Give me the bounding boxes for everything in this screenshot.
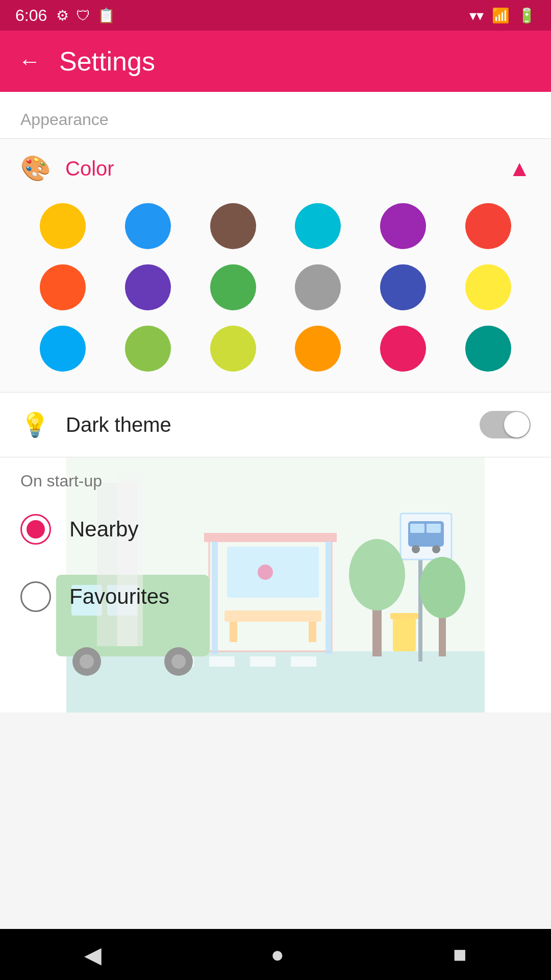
favourites-label: Favourites (69, 584, 169, 609)
color-dot-brown[interactable] (210, 203, 256, 249)
color-dot-purple[interactable] (380, 203, 426, 249)
color-dot-indigo[interactable] (380, 264, 426, 310)
color-row-1 (20, 203, 531, 249)
clipboard-status-icon: 📋 (97, 7, 115, 24)
lightbulb-icon: 💡 (20, 411, 49, 438)
color-label: Color (65, 157, 114, 180)
palette-icon: 🎨 (20, 154, 51, 183)
color-header: 🎨 Color ▲ (20, 154, 531, 183)
dark-theme-row: 💡 Dark theme (0, 393, 551, 457)
shield-status-icon: 🛡 (76, 7, 90, 24)
nav-back-button[interactable]: ◀ (84, 942, 102, 968)
color-dot-light-green[interactable] (125, 326, 171, 372)
svg-rect-4 (250, 656, 276, 667)
nav-home-button[interactable]: ● (270, 942, 284, 967)
signal-icon: 📶 (492, 7, 510, 24)
nearby-radio-dot (27, 520, 45, 538)
nearby-radio-button[interactable] (20, 514, 51, 545)
color-grid (20, 193, 531, 377)
color-dot-yellow[interactable] (40, 203, 86, 249)
color-dot-teal[interactable] (465, 326, 511, 372)
color-dot-pink[interactable] (380, 326, 426, 372)
color-dot-light-yellow[interactable] (465, 264, 511, 310)
color-dot-deep-purple[interactable] (125, 264, 171, 310)
appearance-section-header: Appearance (0, 92, 551, 138)
color-dot-orange[interactable] (40, 264, 86, 310)
dark-theme-toggle[interactable] (480, 411, 531, 438)
nearby-option[interactable]: Nearby (0, 496, 551, 563)
color-dot-lime[interactable] (210, 326, 256, 372)
color-dot-blue[interactable] (125, 203, 171, 249)
startup-header-overlay: On start-up (0, 457, 551, 491)
status-left: 6:06 ⚙ 🛡 📋 (15, 6, 115, 25)
dark-theme-label: Dark theme (66, 413, 463, 436)
settings-content: Appearance 🎨 Color ▲ (0, 92, 551, 713)
page-title: Settings (59, 46, 155, 77)
color-dot-cyan[interactable] (295, 203, 341, 249)
wifi-icon: ▾▾ (469, 7, 484, 24)
status-bar: 6:06 ⚙ 🛡 📋 ▾▾ 📶 🔋 (0, 0, 551, 31)
svg-rect-5 (291, 656, 316, 667)
svg-rect-3 (209, 656, 235, 667)
startup-options: Nearby Favourites (0, 491, 551, 635)
app-bar: ← Settings (0, 31, 551, 92)
on-startup-label: On start-up (20, 472, 102, 490)
color-dot-red[interactable] (465, 203, 511, 249)
color-header-left: 🎨 Color (20, 154, 114, 183)
back-button[interactable]: ← (18, 50, 41, 72)
color-dot-green[interactable] (210, 264, 256, 310)
svg-point-28 (171, 654, 186, 669)
color-dot-amber[interactable] (295, 326, 341, 372)
color-section: 🎨 Color ▲ (0, 139, 551, 392)
svg-point-26 (80, 654, 94, 669)
on-startup-section: On start-up Nearby Favourites (0, 457, 551, 713)
color-collapse-button[interactable]: ▲ (508, 156, 531, 181)
settings-status-icon: ⚙ (56, 7, 69, 24)
color-dot-grey[interactable] (295, 264, 341, 310)
battery-icon: 🔋 (518, 7, 536, 24)
toggle-thumb (504, 412, 530, 437)
status-time: 6:06 (15, 6, 47, 25)
status-icons: ⚙ 🛡 📋 (56, 7, 115, 24)
status-right: ▾▾ 📶 🔋 (469, 7, 536, 24)
favourites-radio-button[interactable] (20, 581, 51, 612)
color-dot-light-blue[interactable] (40, 326, 86, 372)
favourites-option[interactable]: Favourites (0, 563, 551, 630)
color-row-2 (20, 264, 531, 310)
nav-recent-button[interactable]: ■ (453, 942, 467, 967)
appearance-label: Appearance (20, 110, 109, 129)
nearby-label: Nearby (69, 517, 138, 542)
color-row-3 (20, 326, 531, 372)
nav-bar: ◀ ● ■ (0, 929, 551, 980)
